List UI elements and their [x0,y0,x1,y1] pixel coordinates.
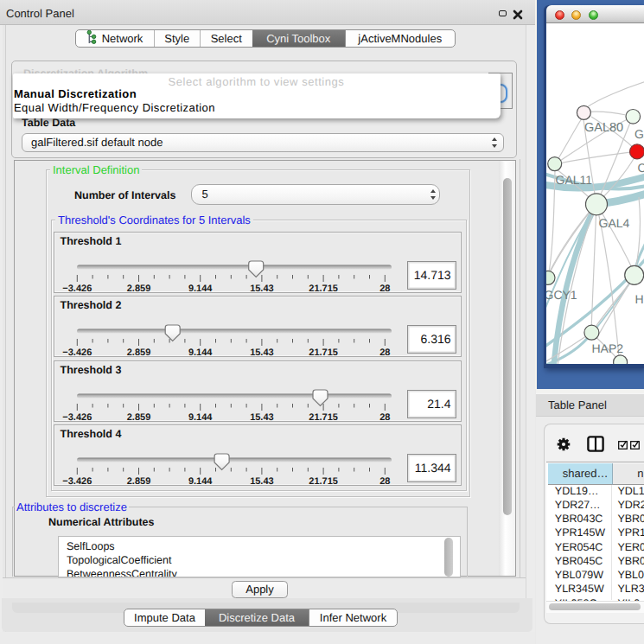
svg-text:9.144: 9.144 [188,348,212,357]
svg-text:GAL4: GAL4 [599,216,630,230]
svg-text:9.144: 9.144 [188,284,212,293]
svg-text:2.859: 2.859 [126,412,150,422]
svg-text:−3.426: −3.426 [62,412,92,422]
svg-text:GA: GA [634,127,644,141]
svg-text:GAL11: GAL11 [556,173,593,187]
svg-text:21.715: 21.715 [309,348,338,357]
svg-text:15.43: 15.43 [250,412,274,422]
svg-text:15.43: 15.43 [250,348,274,357]
svg-text:GCY1: GCY1 [546,288,577,302]
svg-text:2.859: 2.859 [126,476,150,486]
svg-text:9.144: 9.144 [188,476,212,486]
svg-text:H: H [635,292,644,306]
svg-text:15.43: 15.43 [250,476,274,486]
svg-text:2.859: 2.859 [126,284,150,293]
svg-text:9.144: 9.144 [188,412,212,422]
svg-text:−3.426: −3.426 [62,348,92,357]
svg-text:28: 28 [379,284,390,293]
svg-text:GAL80: GAL80 [584,121,623,135]
svg-text:21.715: 21.715 [309,284,338,293]
svg-text:2.859: 2.859 [126,348,150,357]
svg-text:HAP2: HAP2 [592,341,624,355]
svg-text:−3.426: −3.426 [62,476,92,486]
svg-text:28: 28 [379,412,390,422]
svg-text:21.715: 21.715 [309,412,338,422]
svg-text:C: C [638,161,644,175]
svg-text:28: 28 [379,476,390,486]
svg-text:21.715: 21.715 [309,476,338,486]
svg-text:−3.426: −3.426 [62,284,92,293]
svg-text:28: 28 [379,348,390,357]
svg-text:15.43: 15.43 [250,284,274,293]
